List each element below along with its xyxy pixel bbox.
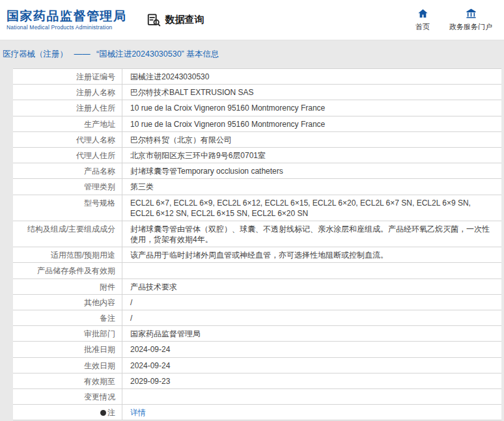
- breadcrumb-separator: ——: [74, 49, 90, 59]
- table-row: 审批部门国家药品监督管理局: [13, 326, 501, 342]
- table-row: 批准日期2024-09-24: [13, 342, 501, 357]
- row-label: 注册证编号: [13, 69, 122, 84]
- row-value: 巴尔特科贸（北京）有限公司: [122, 132, 501, 147]
- breadcrumb-category[interactable]: 医疗器械（注册）: [3, 49, 68, 59]
- row-value: 巴尔特技术BALT EXTRUSION SAS: [122, 85, 501, 100]
- table-row: 注册证编号国械注进20243030530: [13, 69, 501, 85]
- row-label: 变更情况: [13, 389, 122, 404]
- nav-home-label: 首页: [415, 22, 430, 32]
- table-row: 产品名称封堵球囊导管Temporary occlusion catheters: [13, 163, 501, 179]
- row-value: 国械注进20243030530: [122, 69, 501, 84]
- detail-link[interactable]: 详情: [130, 408, 146, 417]
- home-icon: [417, 8, 428, 20]
- row-value: [122, 389, 501, 404]
- row-value: 北京市朝阳区东三环中路9号6层0701室: [122, 148, 501, 163]
- data-query-heading: 数据查询: [147, 13, 204, 27]
- main-content: 医疗器械（注册） —— “国械注进20243030530” 基本信息 注册证编号…: [0, 49, 504, 420]
- row-label: 产品储存条件及有效期: [13, 263, 122, 278]
- row-label: 注: [13, 405, 122, 420]
- table-row: 注册人名称巴尔特技术BALT EXTRUSION SAS: [13, 85, 501, 100]
- row-label: 管理类别: [13, 179, 122, 194]
- row-value: /: [122, 310, 501, 325]
- row-value: 2029-09-23: [122, 373, 501, 388]
- bullet-icon: [100, 410, 106, 416]
- row-label: 审批部门: [13, 326, 122, 341]
- table-row: 变更情况: [13, 389, 501, 405]
- row-label: 附件: [13, 279, 122, 294]
- table-row: 注详情: [13, 405, 501, 420]
- nav-home[interactable]: 首页: [415, 8, 430, 32]
- row-value: ECL2L 6×7, ECL2L 6×9, ECL2L 6×12, ECL2L …: [122, 195, 501, 221]
- row-value: 第三类: [122, 179, 501, 194]
- row-value: 国家药品监督管理局: [122, 326, 501, 341]
- nav-gov-portal[interactable]: 政务服务门户: [449, 8, 492, 32]
- row-value: 封堵球囊导管由管体（双腔）、球囊、不透射线标记、亲水涂层和座组成。产品经环氧乙烷…: [122, 221, 501, 247]
- row-label: 代理人名称: [13, 132, 122, 147]
- table-row: 注册人住所10 rue de la Croix Vigneron 95160 M…: [13, 100, 501, 116]
- breadcrumb-title: “国械注进20243030530” 基本信息: [96, 49, 219, 59]
- table-row: 附件产品技术要求: [13, 279, 501, 295]
- site-header: 国家药品监督管理局 National Medical Products Admi…: [0, 0, 504, 40]
- row-value: 10 rue de la Croix Vigneron 95160 Montmo…: [122, 116, 501, 131]
- row-label: 其他内容: [13, 295, 122, 310]
- table-row: 备注/: [13, 310, 501, 326]
- row-label: 生效日期: [13, 358, 122, 373]
- row-value: [122, 263, 501, 278]
- row-value: /: [122, 295, 501, 310]
- table-row: 型号规格ECL2L 6×7, ECL2L 6×9, ECL2L 6×12, EC…: [13, 195, 501, 221]
- logo-subtitle: National Medical Products Administration: [7, 24, 127, 31]
- table-row: 其他内容/: [13, 295, 501, 310]
- table-row: 代理人住所北京市朝阳区东三环中路9号6层0701室: [13, 148, 501, 163]
- building-icon: [466, 8, 477, 20]
- nmpa-logo[interactable]: 国家药品监督管理局 National Medical Products Admi…: [7, 9, 127, 31]
- table-row: 代理人名称巴尔特科贸（北京）有限公司: [13, 132, 501, 148]
- row-value: 封堵球囊导管Temporary occlusion catheters: [122, 163, 501, 178]
- nav-gov-portal-label: 政务服务门户: [449, 22, 492, 32]
- row-label: 批准日期: [13, 342, 122, 357]
- row-value: 10 rue de la Croix Vigneron 95160 Montmo…: [122, 100, 501, 115]
- table-row: 产品储存条件及有效期: [13, 263, 501, 278]
- row-label: 型号规格: [13, 195, 122, 221]
- row-label: 注册人名称: [13, 85, 122, 100]
- row-label: 生产地址: [13, 116, 122, 131]
- data-query-label: 数据查询: [165, 14, 204, 26]
- logo-title: 国家药品监督管理局: [7, 9, 127, 23]
- row-label: 备注: [13, 310, 122, 325]
- row-label: 注册人住所: [13, 100, 122, 115]
- row-label: 结构及组成/主要组成成分: [13, 221, 122, 247]
- row-label: 适用范围/预期用途: [13, 247, 122, 262]
- row-value: 产品技术要求: [122, 279, 501, 294]
- row-value: 详情: [122, 405, 501, 420]
- row-label: 产品名称: [13, 163, 122, 178]
- table-row: 结构及组成/主要组成成分封堵球囊导管由管体（双腔）、球囊、不透射线标记、亲水涂层…: [13, 221, 501, 247]
- table-row: 生效日期2024-09-24: [13, 358, 501, 373]
- row-label: 有效期至: [13, 373, 122, 388]
- table-row: 管理类别第三类: [13, 179, 501, 195]
- row-value: 2024-09-24: [122, 358, 501, 373]
- breadcrumb: 医疗器械（注册） —— “国械注进20243030530” 基本信息: [3, 49, 503, 60]
- row-value: 2024-09-24: [122, 342, 501, 357]
- registration-info-table: 注册证编号国械注进20243030530注册人名称巴尔特技术BALT EXTRU…: [13, 68, 501, 420]
- table-row: 适用范围/预期用途该产品用于临时封堵外周血管或神经血管，亦可选择性地阻断或控制血…: [13, 247, 501, 263]
- row-label: 代理人住所: [13, 148, 122, 163]
- table-row: 有效期至2029-09-23: [13, 373, 501, 389]
- top-nav: 首页 政务服务门户: [415, 8, 492, 32]
- row-value: 该产品用于临时封堵外周血管或神经血管，亦可选择性地阻断或控制血流。: [122, 247, 501, 262]
- table-row: 生产地址10 rue de la Croix Vigneron 95160 Mo…: [13, 116, 501, 132]
- data-query-icon: [147, 13, 161, 27]
